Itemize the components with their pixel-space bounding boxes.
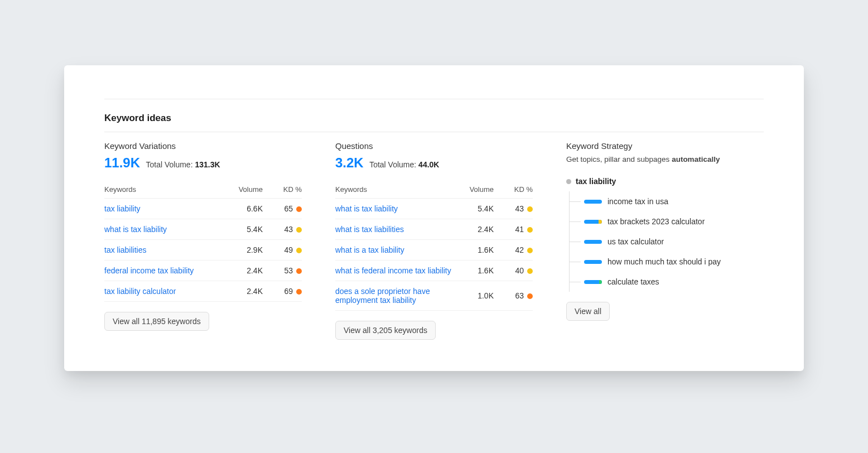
strategy-item-label: calculate taxes (607, 277, 659, 286)
difficulty-dot-icon (296, 248, 302, 253)
strategy-item[interactable]: calculate taxes (584, 272, 764, 292)
table-row: federal income tax liability2.4K53 (104, 261, 302, 281)
col-kd: KD % (263, 181, 302, 199)
keyword-link[interactable]: what is tax liability (104, 225, 167, 234)
volume-cell: 2.9K (224, 240, 263, 261)
variations-metric: 11.9K (104, 155, 140, 171)
view-all-strategy-button[interactable]: View all (566, 302, 610, 321)
difficulty-dot-icon (296, 289, 302, 295)
kd-cell: 43 (494, 199, 533, 219)
difficulty-dot-icon (527, 206, 533, 212)
difficulty-dot-icon (296, 268, 302, 274)
columns: Keyword Variations 11.9K Total Volume: 1… (104, 141, 764, 340)
strategy-desc-bold: automatically (672, 155, 720, 163)
volume-cell: 1.0K (455, 281, 494, 311)
kd-cell: 42 (494, 240, 533, 261)
strategy-item-label: income tax in usa (607, 197, 668, 206)
strategy-item-label: tax brackets 2023 calculator (607, 217, 705, 226)
volume-cell: 2.4K (455, 219, 494, 240)
keyword-link[interactable]: what is tax liability (335, 204, 398, 213)
keyword-link[interactable]: tax liability (104, 204, 141, 213)
variations-table: Keywords Volume KD % tax liability6.6K65… (104, 181, 302, 302)
kd-cell: 63 (494, 281, 533, 311)
strategy-desc-prefix: Get topics, pillar and subpages (566, 155, 672, 163)
volume-cell: 2.4K (224, 281, 263, 302)
bar-icon (584, 200, 602, 204)
kd-cell: 53 (263, 261, 302, 281)
difficulty-dot-icon (527, 268, 533, 274)
col-kd: KD % (494, 181, 533, 199)
questions-total-label: Total Volume: (369, 160, 416, 169)
bar-icon (584, 240, 602, 244)
variations-total-value: 131.3K (195, 160, 220, 169)
keyword-strategy-panel: Keyword Strategy Get topics, pillar and … (566, 141, 764, 340)
strategy-item[interactable]: how much much tax should i pay (584, 252, 764, 272)
keyword-link[interactable]: what is a tax liability (335, 245, 404, 254)
view-all-questions-button[interactable]: View all 3,205 keywords (335, 321, 436, 340)
keyword-link[interactable]: federal income tax liability (104, 266, 194, 275)
keyword-link[interactable]: what is tax liabilities (335, 225, 404, 234)
difficulty-dot-icon (296, 206, 302, 212)
strategy-item-label: how much much tax should i pay (607, 257, 721, 266)
keyword-cell: what is tax liabilities (335, 219, 455, 240)
col-keywords: Keywords (335, 181, 455, 199)
questions-metric: 3.2K (335, 155, 364, 171)
table-row: tax liabilities2.9K49 (104, 240, 302, 261)
strategy-item[interactable]: tax brackets 2023 calculator (584, 211, 764, 232)
kd-cell: 43 (263, 219, 302, 240)
difficulty-dot-icon (527, 293, 533, 299)
difficulty-dot-icon (527, 248, 533, 253)
keyword-cell: tax liability calculator (104, 281, 224, 302)
bar-icon (584, 280, 602, 284)
kd-value: 63 (515, 291, 524, 300)
questions-heading: Questions (335, 141, 533, 151)
volume-cell: 5.4K (455, 199, 494, 219)
keyword-cell: what is tax liability (104, 219, 224, 240)
questions-total: Total Volume: 44.0K (369, 160, 439, 169)
tree-root-icon (566, 179, 571, 184)
kd-cell: 41 (494, 219, 533, 240)
keyword-link[interactable]: tax liabilities (104, 245, 146, 254)
strategy-root[interactable]: tax liability (566, 177, 764, 186)
table-row: tax liability6.6K65 (104, 199, 302, 219)
keyword-link[interactable]: what is federal income tax liability (335, 266, 451, 275)
questions-panel: Questions 3.2K Total Volume: 44.0K Keywo… (335, 141, 533, 340)
col-volume: Volume (224, 181, 263, 199)
strategy-root-label: tax liability (576, 177, 616, 186)
kd-value: 41 (515, 225, 524, 234)
strategy-item-label: us tax calculator (607, 237, 664, 246)
col-volume: Volume (455, 181, 494, 199)
view-all-variations-button[interactable]: View all 11,895 keywords (104, 312, 209, 331)
strategy-item[interactable]: us tax calculator (584, 232, 764, 252)
section-title: Keyword ideas (104, 99, 764, 132)
keyword-link[interactable]: does a sole proprietor have employment t… (335, 287, 430, 305)
strategy-item[interactable]: income tax in usa (584, 191, 764, 211)
kd-value: 40 (515, 266, 524, 275)
table-row: what is tax liability5.4K43 (335, 199, 533, 219)
keyword-link[interactable]: tax liability calculator (104, 287, 176, 296)
variations-summary: 11.9K Total Volume: 131.3K (104, 155, 302, 171)
questions-table: Keywords Volume KD % what is tax liabili… (335, 181, 533, 311)
variations-total: Total Volume: 131.3K (146, 160, 220, 169)
kd-value: 43 (515, 204, 524, 213)
strategy-tree: income tax in usatax brackets 2023 calcu… (569, 191, 764, 292)
strategy-heading: Keyword Strategy (566, 141, 764, 151)
volume-cell: 6.6K (224, 199, 263, 219)
difficulty-dot-icon (296, 227, 302, 233)
kd-value: 65 (284, 204, 293, 213)
kd-value: 42 (515, 245, 524, 254)
table-row: what is a tax liability1.6K42 (335, 240, 533, 261)
volume-cell: 1.6K (455, 240, 494, 261)
table-row: what is tax liabilities2.4K41 (335, 219, 533, 240)
kd-cell: 49 (263, 240, 302, 261)
bar-icon (584, 220, 602, 224)
keyword-cell: tax liabilities (104, 240, 224, 261)
keyword-variations-panel: Keyword Variations 11.9K Total Volume: 1… (104, 141, 302, 340)
kd-value: 49 (284, 245, 293, 254)
kd-cell: 69 (263, 281, 302, 302)
kd-value: 69 (284, 287, 293, 296)
kd-cell: 40 (494, 261, 533, 281)
kd-value: 43 (284, 225, 293, 234)
volume-cell: 5.4K (224, 219, 263, 240)
kd-value: 53 (284, 266, 293, 275)
